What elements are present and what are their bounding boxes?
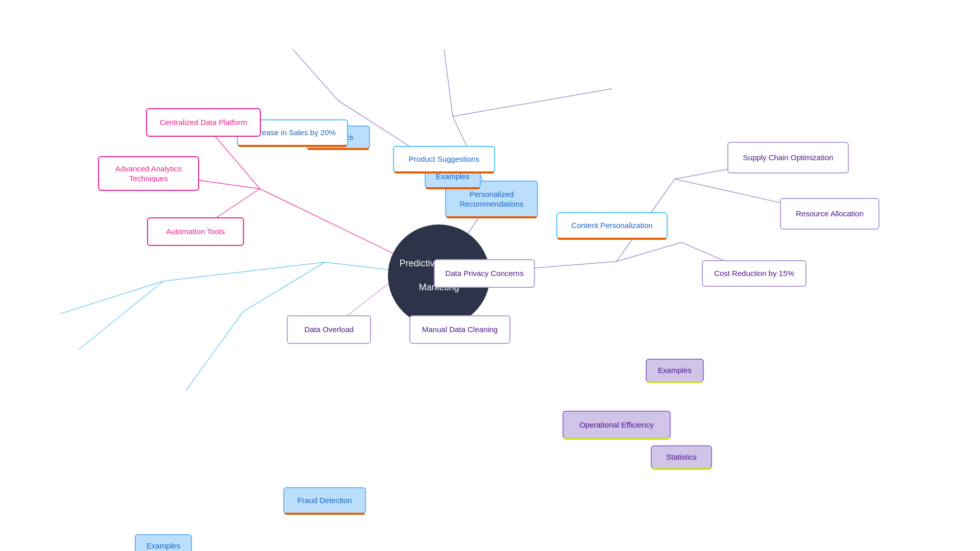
cost-reduction-node: Cost Reduction by 15%	[702, 260, 806, 287]
operational-efficiency-node: Operational Efficiency	[562, 411, 671, 439]
supply-chain-label: Supply Chain Optimization	[743, 153, 834, 163]
svg-line-15	[60, 281, 164, 314]
svg-line-3	[292, 49, 338, 101]
manual-cleaning-label: Manual Data Cleaning	[422, 324, 498, 335]
resource-allocation-node: Resource Allocation	[780, 198, 879, 230]
data-privacy-label: Data Privacy Concerns	[445, 268, 523, 279]
data-overload-node: Data Overload	[287, 315, 371, 344]
examples-oe-node: Examples	[646, 359, 704, 382]
svg-line-16	[79, 281, 163, 350]
operational-efficiency-label: Operational Efficiency	[579, 420, 654, 430]
automation-tools-node: Automation Tools	[147, 217, 244, 246]
centralized-platform-label: Centralized Data Platform	[160, 117, 248, 128]
svg-line-8	[617, 242, 681, 262]
advanced-analytics-node: Advanced Analytics Techniques	[98, 156, 199, 191]
fraud-detection-node: Fraud Detection	[283, 487, 366, 514]
increase-sales-label: Increase in Sales by 20%	[249, 128, 335, 138]
supply-chain-node: Supply Chain Optimization	[727, 142, 849, 173]
svg-line-17	[186, 312, 243, 391]
content-personalization-node: Content Personalization	[556, 212, 668, 239]
automation-tools-label: Automation Tools	[166, 227, 225, 237]
svg-line-5	[453, 89, 612, 116]
centralized-platform-node: Centralized Data Platform	[146, 108, 261, 137]
content-personalization-label: Content Personalization	[571, 220, 652, 231]
svg-line-14	[243, 262, 325, 312]
svg-line-4	[444, 49, 453, 116]
fraud-detection-label: Fraud Detection	[298, 495, 352, 506]
product-suggestions-label: Product Suggestions	[409, 154, 479, 164]
cost-reduction-label: Cost Reduction by 15%	[714, 268, 794, 279]
data-overload-label: Data Overload	[304, 324, 354, 335]
data-privacy-node: Data Privacy Concerns	[434, 259, 535, 288]
statistics-oe-node: Statistics	[651, 445, 712, 469]
resource-allocation-label: Resource Allocation	[796, 209, 864, 219]
pr-label: Personalized Recommendations	[459, 189, 523, 209]
manual-cleaning-node: Manual Data Cleaning	[409, 315, 510, 344]
examples-oe-label: Examples	[658, 365, 692, 375]
advanced-analytics-label: Advanced Analytics Techniques	[115, 164, 182, 184]
examples-fd-label: Examples	[146, 541, 180, 551]
examples-fd-node: Examples	[135, 534, 192, 551]
statistics-oe-label: Statistics	[666, 452, 697, 462]
product-suggestions-node: Product Suggestions	[393, 146, 495, 172]
svg-line-13	[163, 262, 325, 281]
